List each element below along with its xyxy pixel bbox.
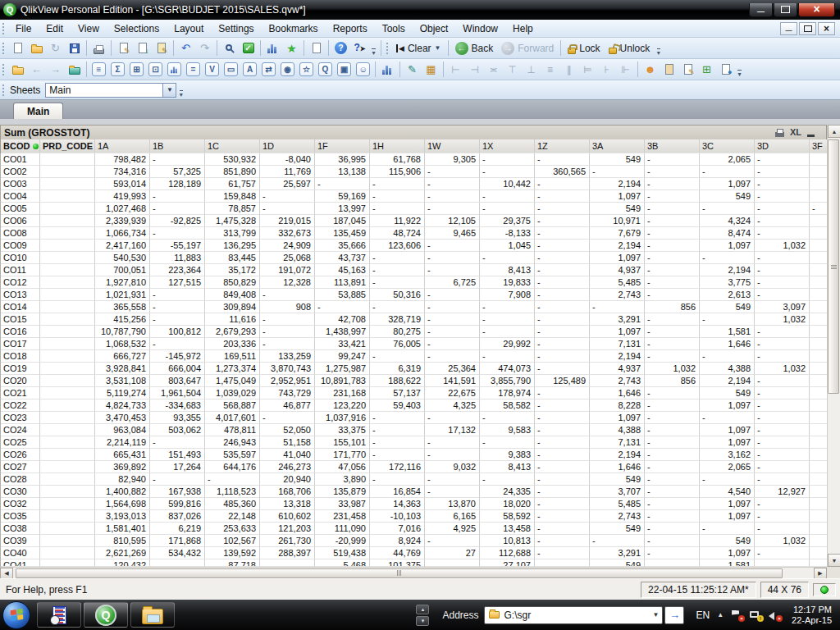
table-cell[interactable]: - [260, 412, 315, 424]
create-custom-object-icon[interactable]: ☺ [354, 61, 372, 79]
table-cell[interactable]: 13,997 [315, 203, 370, 215]
table-cell[interactable]: - [535, 436, 590, 449]
volume-muted-icon[interactable]: × [769, 610, 780, 620]
table-cell[interactable]: CO09 [1, 240, 40, 252]
table-cell[interactable]: 12,328 [260, 276, 315, 289]
table-cell[interactable]: - [425, 240, 480, 252]
column-header-1d[interactable]: 1D [260, 139, 315, 153]
table-cell[interactable]: 167,938 [150, 486, 205, 498]
table-cell[interactable]: 20,940 [260, 473, 315, 486]
table-cell[interactable]: 4,388 [700, 363, 755, 375]
table-cell[interactable]: -145,972 [150, 350, 205, 363]
create-bookmark-object-icon[interactable]: ◉ [278, 61, 297, 79]
table-cell[interactable]: 1,097 [590, 412, 645, 424]
table-cell[interactable]: CO19 [1, 363, 40, 375]
table-cell[interactable]: 810,595 [95, 535, 150, 547]
menu-settings[interactable]: Settings [211, 21, 261, 36]
table-cell[interactable] [810, 510, 827, 523]
table-row-co12[interactable]: CO121,927,810127,515850,82912,328113,891… [1, 276, 827, 289]
unlock-button[interactable]: Unlock [605, 42, 655, 55]
table-cell[interactable]: - [480, 436, 535, 449]
table-cell[interactable]: 93,355 [150, 412, 205, 424]
sheet-properties-icon[interactable] [65, 61, 84, 79]
table-cell[interactable]: - [425, 449, 480, 461]
table-cell[interactable]: - [370, 203, 425, 215]
table-cell[interactable]: 10,442 [480, 178, 535, 190]
table-cell[interactable]: 4,324 [700, 215, 755, 227]
table-cell[interactable]: 27 [425, 547, 480, 559]
table-cell[interactable]: 1,039,029 [205, 387, 260, 399]
table-cell[interactable]: 10,971 [590, 215, 645, 227]
table-cell[interactable]: - [535, 449, 590, 461]
table-cell[interactable]: 178,974 [480, 387, 535, 399]
table-cell[interactable]: -92,825 [150, 215, 205, 227]
table-cell[interactable]: - [370, 412, 425, 424]
table-cell[interactable]: 58,582 [480, 399, 535, 412]
table-cell[interactable]: - [315, 178, 370, 190]
table-cell[interactable]: 45,163 [315, 264, 370, 276]
table-cell[interactable]: - [535, 473, 590, 486]
table-row-co01[interactable]: CO01798,482-530,932-8,04036,99561,7689,3… [1, 153, 827, 166]
table-cell[interactable]: - [645, 153, 700, 166]
tab-main[interactable]: Main [13, 103, 63, 119]
table-cell[interactable]: - [370, 190, 425, 203]
table-cell[interactable]: - [425, 473, 480, 486]
column-header-3a[interactable]: 3A [590, 139, 645, 153]
table-cell[interactable] [40, 399, 95, 412]
scroll-up-icon[interactable]: ▲ [828, 125, 840, 138]
table-cell[interactable]: 4,325 [425, 399, 480, 412]
chevron-down-icon[interactable]: ▼ [435, 44, 441, 52]
table-cell[interactable]: CO39 [1, 535, 40, 547]
table-cell[interactable]: 549 [700, 535, 755, 547]
toolbar-grip[interactable] [2, 63, 6, 76]
table-cell[interactable]: 549 [590, 473, 645, 486]
table-cell[interactable] [810, 436, 827, 449]
table-cell[interactable]: 568,887 [205, 399, 260, 412]
table-cell[interactable]: 2,339,939 [95, 215, 150, 227]
table-cell[interactable]: - [645, 412, 700, 424]
table-cell[interactable]: 2,194 [590, 350, 645, 363]
table-cell[interactable] [810, 166, 827, 178]
scroll-right-icon[interactable]: ▶ [814, 568, 827, 579]
table-cell[interactable]: 3,291 [590, 547, 645, 559]
table-cell[interactable]: - [535, 240, 590, 252]
table-cell[interactable]: - [645, 313, 700, 326]
menu-selections[interactable]: Selections [107, 21, 167, 36]
table-cell[interactable]: 963,084 [95, 424, 150, 436]
table-cell[interactable]: 1,646 [590, 461, 645, 473]
send-to-excel-icon[interactable]: XL [790, 128, 801, 137]
table-cell[interactable] [40, 313, 95, 326]
table-cell[interactable]: 6,319 [370, 363, 425, 375]
table-cell[interactable]: - [755, 436, 810, 449]
toolbar-overflow-icon[interactable] [735, 62, 744, 78]
properties-icon[interactable]: ☻ [641, 61, 660, 79]
table-cell[interactable]: 1,097 [700, 424, 755, 436]
table-cell[interactable]: 4,540 [700, 486, 755, 498]
table-cell[interactable]: 540,530 [95, 252, 150, 264]
table-cell[interactable]: 2,417,160 [95, 240, 150, 252]
table-cell[interactable]: 3,775 [700, 276, 755, 289]
table-cell[interactable]: 1,438,997 [315, 326, 370, 338]
window-close-button[interactable] [798, 3, 835, 17]
table-cell[interactable]: 1,475,049 [205, 375, 260, 387]
table-cell[interactable]: 80,275 [370, 326, 425, 338]
table-cell[interactable]: - [535, 301, 590, 313]
menu-object[interactable]: Object [413, 21, 456, 36]
table-cell[interactable]: 1,066,734 [95, 227, 150, 240]
table-cell[interactable]: - [645, 338, 700, 350]
table-cell[interactable]: 10,813 [480, 535, 535, 547]
table-cell[interactable]: 123,606 [370, 240, 425, 252]
table-cell[interactable]: 1,646 [590, 387, 645, 399]
table-cell[interactable]: 1,400,882 [95, 486, 150, 498]
menu-help[interactable]: Help [505, 21, 541, 36]
create-text-object-icon[interactable]: A [240, 61, 259, 79]
table-cell[interactable]: - [370, 252, 425, 264]
table-cell[interactable]: - [645, 326, 700, 338]
table-cell[interactable]: - [370, 436, 425, 449]
table-cell[interactable]: - [645, 523, 700, 535]
context-help-icon[interactable] [350, 39, 369, 57]
table-cell[interactable]: 2,613 [700, 289, 755, 301]
table-cell[interactable]: 1,097 [590, 326, 645, 338]
table-cell[interactable] [40, 363, 95, 375]
table-cell[interactable]: 593,014 [95, 178, 150, 190]
